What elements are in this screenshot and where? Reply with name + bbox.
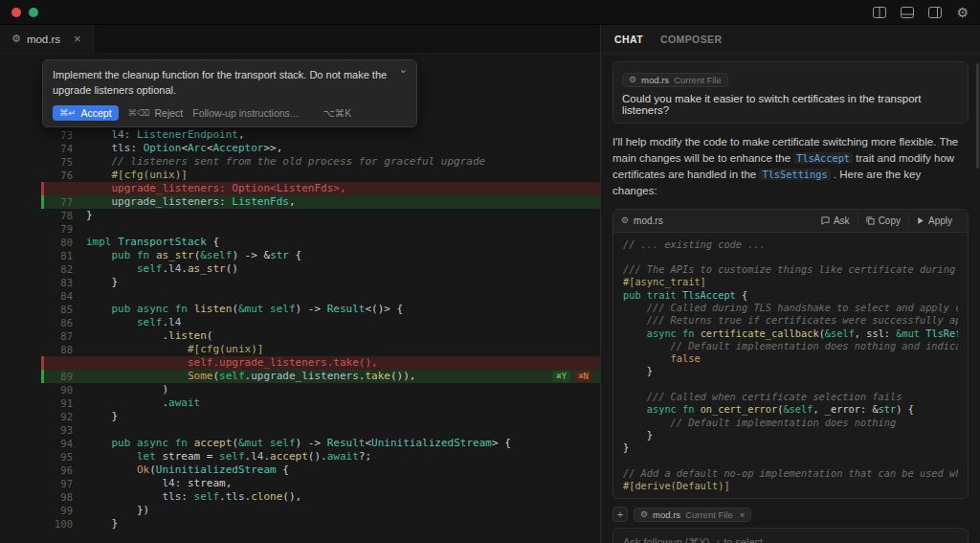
context-chip[interactable]: ⚙ mod.rs Current File: [622, 73, 728, 87]
play-icon: [917, 216, 924, 225]
ask-button[interactable]: Ask: [813, 214, 858, 227]
chip-filename: mod.rs: [641, 75, 669, 85]
chip-filename: mod.rs: [653, 509, 680, 520]
copy-icon: [866, 216, 875, 225]
close-icon[interactable]: ×: [740, 509, 746, 520]
editor-tabbar: ⚙ mod.rs ×: [0, 25, 600, 54]
code-block-actions: Ask Copy Apply: [813, 214, 960, 227]
tab-composer[interactable]: COMPOSER: [660, 34, 722, 45]
reject-shortcut: ⌘⌫: [128, 107, 150, 118]
chat-panel: CHAT COMPOSER ⚙ mod.rs Current File Coul…: [601, 25, 980, 543]
tab-close-icon[interactable]: ×: [74, 32, 81, 46]
reject-label: Reject: [155, 107, 184, 119]
tab-label: mod.rs: [27, 34, 60, 45]
chevron-down-icon[interactable]: ⌄: [399, 63, 408, 76]
user-message-text: Could you make it easier to switch certi…: [622, 93, 959, 116]
split-editor-icon[interactable]: [873, 7, 886, 18]
accept-button[interactable]: ⌘↵ Accept: [53, 105, 119, 121]
panel-bottom-icon[interactable]: [901, 7, 914, 18]
editor-body: 72pub(crate) struct TransportStack {73 l…: [0, 54, 600, 543]
followup-placeholder: Ask followup (⌘Y), ↑ to select: [623, 536, 763, 543]
followup-input[interactable]: Ask followup (⌘Y), ↑ to select: [612, 528, 969, 543]
editor-code[interactable]: 72pub(crate) struct TransportStack {73 l…: [0, 115, 600, 531]
user-message: ⚙ mod.rs Current File Could you make it …: [612, 61, 969, 124]
chat-tabbar: CHAT COMPOSER: [601, 25, 980, 54]
chip-context-label: Current File: [685, 509, 733, 520]
chat-body: ⚙ mod.rs Current File Could you make it …: [601, 54, 980, 543]
editor-pane: ⚙ mod.rs × 72pub(crate) struct Transport…: [0, 25, 601, 543]
code-block-filename: ⚙ mod.rs: [621, 215, 663, 226]
reject-button[interactable]: ⌘⌫ Reject: [128, 107, 184, 119]
rust-file-icon: ⚙: [629, 75, 636, 84]
accept-shortcut: ⌘↵: [59, 107, 76, 118]
tab-mod-rs[interactable]: ⚙ mod.rs ×: [0, 25, 94, 53]
assistant-message: I'll help modify the code to make certif…: [612, 134, 969, 200]
scrollbar[interactable]: [976, 63, 979, 169]
inline-edit-prompt: Implement the cleanup function for the t…: [53, 68, 407, 99]
copy-button[interactable]: Copy: [858, 214, 908, 227]
followup-context-row: + ⚙ mod.rs Current File ×: [612, 507, 969, 522]
main-area: ⚙ mod.rs × 72pub(crate) struct Transport…: [0, 25, 980, 543]
panel-right-icon[interactable]: [928, 7, 942, 18]
settings-gear-icon[interactable]: ⚙: [956, 6, 969, 19]
chat-code-lines[interactable]: // ... existing code .../// The APIs to …: [613, 233, 968, 499]
followup-instructions-link[interactable]: Follow-up instructions...: [192, 107, 298, 119]
rust-file-icon: ⚙: [621, 215, 629, 225]
tab-chat[interactable]: CHAT: [614, 34, 643, 45]
close-window-button[interactable]: [11, 8, 21, 17]
chat-bubble-icon: [821, 216, 830, 225]
traffic-lights: [11, 8, 38, 17]
add-context-button[interactable]: +: [612, 507, 628, 522]
followup-context-chip[interactable]: ⚙ mod.rs Current File ×: [634, 508, 751, 522]
apply-button[interactable]: Apply: [908, 214, 960, 227]
rust-file-icon: ⚙: [640, 509, 648, 519]
chat-code-block: ⚙ mod.rs Ask: [612, 209, 969, 500]
rust-file-icon: ⚙: [11, 33, 21, 45]
inline-edit-popup: ⌄ Implement the cleanup function for the…: [42, 59, 417, 127]
accept-label: Accept: [80, 107, 111, 119]
titlebar-actions: ⚙: [873, 6, 969, 19]
inline-edit-actions: ⌘↵ Accept ⌘⌫ Reject Follow-up instructio…: [53, 105, 407, 121]
titlebar: ⚙: [0, 0, 980, 25]
zoom-window-button[interactable]: [29, 8, 38, 17]
code-block-filename-label: mod.rs: [634, 215, 663, 226]
code-block-header: ⚙ mod.rs Ask: [613, 210, 968, 233]
followup-shortcut: ⌥⌘K: [323, 107, 352, 119]
chip-context-label: Current File: [674, 75, 722, 85]
